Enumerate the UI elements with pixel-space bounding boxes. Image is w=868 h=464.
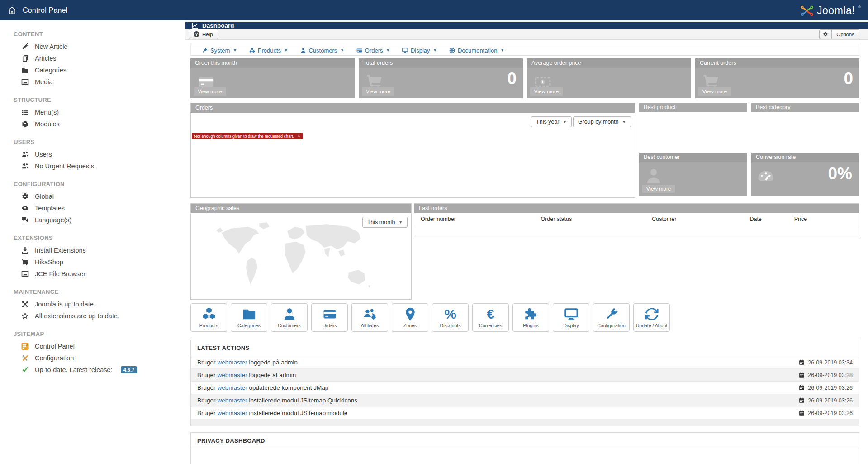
sidebar: CONTENTNew ArticleArticlesCategoriesMedi… — [0, 20, 185, 464]
action-text: installerede modul JSitemap Quickicons — [249, 397, 357, 404]
action-prefix: Bruger — [197, 359, 216, 366]
quickicon-zones[interactable]: Zones — [392, 303, 428, 332]
menu-item-customers[interactable]: Customers▼ — [300, 47, 344, 54]
quickicon-products[interactable]: Products — [190, 303, 227, 332]
calendar-icon — [799, 385, 805, 391]
options-gear-button[interactable] — [819, 29, 832, 39]
action-date: 26-09-2019 03:34 — [799, 359, 853, 366]
quickicon-plugins[interactable]: Plugins — [512, 303, 549, 332]
sidebar-item-no-urgent-requests[interactable]: No Urgent Requests. — [0, 160, 185, 172]
page-title: Control Panel — [23, 6, 68, 14]
view-more-link[interactable]: View more — [530, 87, 563, 96]
orders-groupby-select[interactable]: Group by month ▼ — [573, 116, 631, 127]
conversion-rate-card: Conversion rate 0% — [751, 153, 859, 196]
sidebar-item-configuration[interactable]: Configuration — [0, 352, 185, 364]
sidebar-item-articles[interactable]: Articles — [0, 53, 185, 64]
stat-card-order-this-month: Order this monthView more — [190, 58, 355, 98]
sidebar-item-up-to-date-latest-release[interactable]: Up-to-date. Latest release:4.6.7 — [0, 364, 185, 376]
quickicon-discounts[interactable]: %Discounts — [432, 303, 469, 332]
calendar-icon — [799, 410, 805, 416]
wrench-icon — [604, 307, 619, 321]
sidebar-item-new-article[interactable]: New Article — [0, 41, 185, 53]
orders-chart-panel: Orders This year ▼ Group by month ▼ — [190, 103, 635, 198]
image-icon — [21, 270, 29, 277]
quickicon-categories[interactable]: Categories — [231, 303, 267, 332]
user-link[interactable]: webmaster — [218, 397, 247, 404]
user-link[interactable]: webmaster — [218, 384, 247, 391]
help-button[interactable]: ? Help — [189, 29, 218, 39]
puzzle-icon — [523, 307, 539, 321]
action-prefix: Bruger — [197, 397, 216, 404]
sidebar-item-users[interactable]: Users — [0, 148, 185, 160]
quickicon-configuration[interactable]: Configuration — [593, 303, 630, 332]
jsitemap-cp-icon — [21, 343, 29, 350]
view-more-link[interactable]: View more — [698, 87, 731, 96]
user-link[interactable]: webmaster — [218, 372, 247, 378]
orders-range-select[interactable]: This year ▼ — [531, 116, 572, 127]
column-header-order-status: Order status — [534, 213, 645, 225]
empty-row — [414, 225, 859, 237]
dashboard-title: Dashboard — [202, 22, 234, 29]
wrench-icon — [202, 48, 208, 53]
sidebar-item-all-extensions-are-up-to-date[interactable]: All extensions are up to date. — [0, 310, 185, 322]
user-link[interactable]: webmaster — [218, 359, 247, 366]
menu-item-orders[interactable]: Orders▼ — [356, 47, 390, 54]
stat-card-total-orders: Total orders0View more — [359, 58, 523, 98]
sidebar-item-joomla-is-up-to-date[interactable]: Joomla is up to date. — [0, 298, 185, 310]
folder-icon — [21, 67, 29, 74]
eye-icon — [21, 205, 29, 212]
action-text: loggede på admin — [249, 359, 298, 366]
sidebar-item-modules[interactable]: Modules — [0, 118, 185, 130]
sidebar-item-install-extensions[interactable]: Install Extensions — [0, 244, 185, 256]
view-more-link[interactable]: View more — [194, 87, 226, 96]
sidebar-item-hikashop[interactable]: HikaShop — [0, 256, 185, 268]
options-button[interactable]: Options — [832, 29, 859, 39]
view-more-link[interactable]: View more — [642, 185, 675, 193]
column-header-order-number: Order number — [414, 213, 534, 225]
action-date: 26-09-2019 03:26 — [799, 410, 853, 416]
calendar-icon — [799, 359, 805, 365]
caret-down-icon: ▼ — [622, 120, 626, 124]
sidebar-item-media[interactable]: Media — [0, 76, 185, 88]
cubes-icon — [249, 48, 255, 53]
menu-item-products[interactable]: Products▼ — [249, 47, 288, 54]
card-icon — [322, 307, 337, 321]
quickicon-update-about[interactable]: Update / About — [633, 303, 670, 332]
action-prefix: Bruger — [197, 372, 216, 378]
quickicon-display[interactable]: Display — [553, 303, 589, 332]
brand-wordmark: Joomla! — [817, 4, 855, 17]
geographic-sales-title: Geographic sales — [191, 204, 411, 213]
dashboard-header: Dashboard — [185, 22, 868, 29]
hikashop-menubar: System▼Products▼Customers▼Orders▼Display… — [190, 45, 859, 56]
action-text: installerede modul JSitemap module — [249, 410, 348, 416]
quick-icons-row: ProductsCategoriesCustomersOrdersAffilia… — [190, 303, 859, 332]
menu-item-display[interactable]: Display▼ — [402, 47, 437, 54]
user-link[interactable]: webmaster — [218, 410, 247, 416]
quickicon-currencies[interactable]: €Currencies — [472, 303, 509, 332]
last-orders-table: Order numberOrder statusCustomerDatePric… — [414, 213, 859, 237]
close-icon[interactable]: ✕ — [297, 134, 300, 138]
users-icon — [21, 163, 29, 170]
sidebar-item-language-s[interactable]: Language(s) — [0, 214, 185, 226]
sidebar-item-categories[interactable]: Categories — [0, 64, 185, 76]
best-category-header: Best category — [751, 103, 859, 112]
quickicon-orders[interactable]: Orders — [311, 303, 348, 332]
sidebar-item-jce-file-browser[interactable]: JCE File Browser — [0, 268, 185, 280]
sidebar-item-menu-s[interactable]: Menu(s) — [0, 106, 185, 118]
column-header-date: Date — [743, 213, 787, 225]
menu-item-documentation[interactable]: Documentation▼ — [449, 47, 504, 54]
pencil-icon — [21, 43, 29, 50]
menu-item-system[interactable]: System▼ — [202, 47, 237, 54]
display-icon — [402, 48, 408, 53]
download-icon — [21, 247, 29, 254]
sidebar-item-control-panel[interactable]: Control Panel — [0, 340, 185, 352]
quickicon-affiliates[interactable]: Affiliates — [351, 303, 388, 332]
sidebar-item-global[interactable]: Global — [0, 191, 185, 202]
caret-down-icon: ▼ — [233, 48, 237, 53]
view-more-link[interactable]: View more — [362, 87, 394, 96]
home-icon[interactable] — [8, 6, 16, 14]
quickicon-customers[interactable]: Customers — [271, 303, 308, 332]
latest-action-row: Brugerwebmasteropdaterede komponent JMap… — [191, 382, 859, 394]
sidebar-item-templates[interactable]: Templates — [0, 202, 185, 214]
action-text: opdaterede komponent JMap — [249, 384, 329, 391]
